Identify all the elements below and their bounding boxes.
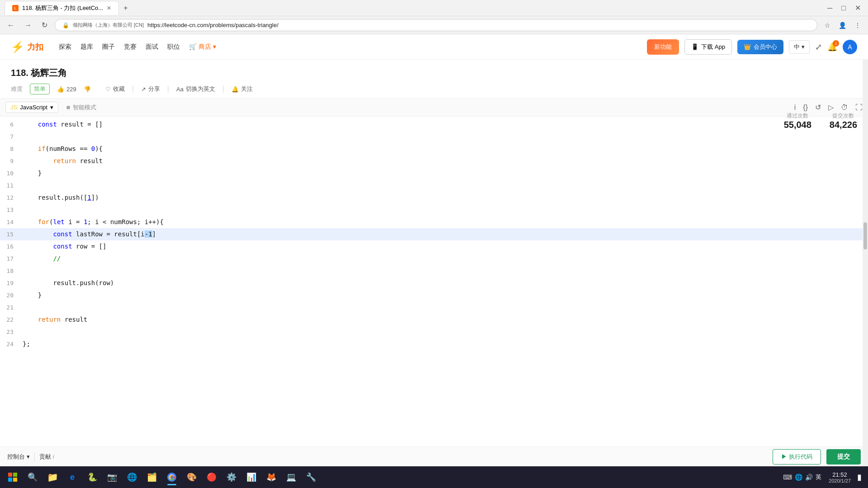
taskbar-app2[interactable]: 🐍: [83, 468, 101, 486]
switch-lang-label: 切换为英文: [186, 85, 215, 93]
taskbar-app7[interactable]: 🔴: [203, 468, 221, 486]
bottom-bar-right: ▶ 执行代码 提交: [773, 449, 861, 465]
taskbar-app12-icon: 🔧: [306, 472, 316, 482]
keyboard-icon[interactable]: ⌨: [783, 474, 792, 481]
taskbar-app4[interactable]: 🌐: [123, 468, 141, 486]
smart-mode-label: 智能模式: [73, 103, 96, 112]
notification-button[interactable]: 🔔 1: [827, 42, 837, 52]
reset-icon[interactable]: ↺: [815, 103, 821, 112]
maximize-button[interactable]: □: [839, 2, 849, 14]
submit-button[interactable]: 提交: [826, 449, 861, 465]
taskbar-clock[interactable]: 21:52 2020/1/27: [829, 471, 851, 483]
code-line-6: 6 const result = []: [0, 118, 868, 131]
taskbar-app2-icon: 🐍: [87, 472, 97, 482]
url-bar[interactable]: 🔒 领扣网络（上海）有限公司 [CN] https://leetcode-cn.…: [55, 19, 817, 31]
taskbar-right: ⌨ 🌐 🔊 英 21:52 2020/1/27 ▮: [779, 471, 864, 483]
dislike-button[interactable]: 👎: [84, 86, 91, 93]
line-num-20: 20: [0, 289, 23, 301]
problem-title: 118. 杨辉三角: [11, 67, 857, 79]
nav-circle[interactable]: 圈子: [102, 43, 115, 51]
nav-jobs[interactable]: 职位: [167, 43, 180, 51]
share-button[interactable]: ↗ 分享: [141, 85, 160, 93]
clock-icon[interactable]: ⏱: [841, 103, 848, 112]
minimize-button[interactable]: ─: [825, 2, 835, 14]
back-button[interactable]: ←: [5, 19, 17, 31]
console-button[interactable]: 控制台 ▾: [7, 453, 30, 461]
start-button[interactable]: [4, 468, 22, 486]
member-center-button[interactable]: 👑 会员中心: [737, 40, 783, 54]
settings-button[interactable]: ⋮: [852, 20, 863, 31]
taskbar-app3[interactable]: 📷: [103, 468, 121, 486]
bookmark-button[interactable]: ☆: [822, 20, 833, 31]
code-content-8: if(numRows == 0){: [23, 143, 868, 155]
code-editor[interactable]: 6 const result = [] 7 8 if(numRows == 0)…: [0, 117, 868, 446]
show-desktop-button[interactable]: ▮: [854, 472, 864, 482]
expand-editor-icon[interactable]: ⛶: [855, 103, 863, 112]
forward-button[interactable]: →: [22, 19, 34, 31]
tab-close-button[interactable]: ✕: [107, 5, 111, 11]
run-icon[interactable]: ▷: [828, 103, 834, 112]
info-icon[interactable]: i: [794, 103, 796, 112]
scrollbar-thumb[interactable]: [863, 222, 867, 249]
clock-date: 2020/1/27: [829, 478, 851, 483]
profile-button[interactable]: 👤: [836, 20, 849, 31]
lang-indicator[interactable]: 英: [816, 473, 821, 481]
editor-scrollbar[interactable]: [863, 60, 868, 466]
follow-button[interactable]: 🔔 关注: [231, 85, 253, 93]
line-num-16: 16: [0, 240, 23, 253]
contribute-button[interactable]: 贡献 i: [39, 453, 54, 461]
taskbar-browser-edge[interactable]: e: [63, 468, 81, 486]
browser-tab[interactable]: L 118. 杨辉三角 - 力扣 (LeetCo... ✕: [5, 1, 119, 15]
smart-mode-indicator: 智能模式: [66, 103, 96, 112]
nav-contest[interactable]: 竞赛: [124, 43, 137, 51]
avatar[interactable]: A: [843, 40, 857, 54]
language-selector[interactable]: 中 ▾: [789, 40, 810, 54]
logo[interactable]: ⚡ 力扣: [11, 41, 43, 53]
download-icon: 📱: [691, 43, 698, 50]
pass-count-value: 55,048: [784, 120, 811, 130]
line-num-12: 12: [0, 192, 23, 204]
taskbar-app6[interactable]: 🎨: [183, 468, 201, 486]
problem-meta: 难度 简单 👍 229 👎 ♡ 收藏 | ↗ 分享 | Aa 切换为英文: [11, 84, 857, 94]
code-line-20: 20 }: [0, 289, 868, 301]
like-button[interactable]: 👍 229: [57, 86, 76, 93]
sound-icon[interactable]: 🔊: [805, 474, 813, 481]
taskbar-search-button[interactable]: 🔍: [24, 468, 42, 486]
taskbar-app3-icon: 📷: [107, 472, 117, 482]
new-tab-button[interactable]: +: [119, 1, 132, 15]
taskbar-app11[interactable]: 💻: [282, 468, 300, 486]
network-icon[interactable]: 🌐: [795, 474, 802, 481]
download-label: 下载 App: [701, 43, 725, 51]
taskbar-app5[interactable]: 🗂️: [143, 468, 161, 486]
collect-button[interactable]: ♡ 收藏: [105, 85, 125, 93]
difficulty-badge: 简单: [30, 84, 50, 94]
nav-explore[interactable]: 探索: [59, 43, 71, 51]
code-line-22: 22 return result: [0, 314, 868, 326]
download-app-button[interactable]: 📱 下载 App: [684, 39, 732, 55]
language-selector-dropdown[interactable]: JS JavaScript ▾: [5, 102, 58, 113]
difficulty-label: 难度: [11, 85, 23, 93]
taskbar-app8[interactable]: ⚙️: [222, 468, 241, 486]
nav-interview[interactable]: 面试: [146, 43, 158, 51]
new-feature-button[interactable]: 新功能: [647, 39, 679, 55]
taskbar-chrome[interactable]: [163, 468, 181, 486]
nav-problems[interactable]: 题库: [80, 43, 93, 51]
line-num-11: 11: [0, 179, 23, 192]
code-line-23: 23: [0, 326, 868, 338]
switch-lang-button[interactable]: Aa 切换为英文: [176, 85, 215, 93]
url-text: https://leetcode-cn.com/problems/pascals…: [147, 22, 278, 28]
close-button[interactable]: ✕: [852, 2, 863, 14]
taskbar-file-explorer[interactable]: 📁: [43, 468, 61, 486]
taskbar-app12[interactable]: 🔧: [302, 468, 320, 486]
braces-icon[interactable]: {}: [803, 103, 808, 112]
expand-button[interactable]: ⤢: [815, 42, 822, 52]
taskbar-app9[interactable]: 📊: [242, 468, 260, 486]
line-num-10: 10: [0, 167, 23, 179]
editor-toolbar: JS JavaScript ▾ 智能模式 i {} ↺ ▷ ⏱ ⛶: [0, 99, 868, 117]
run-code-button[interactable]: ▶ 执行代码: [773, 449, 821, 465]
code-line-9: 9 return result: [0, 155, 868, 167]
nav-shop[interactable]: 🛒 商店 ▾: [189, 43, 216, 51]
taskbar-app10[interactable]: 🦊: [262, 468, 280, 486]
refresh-button[interactable]: ↻: [39, 19, 50, 31]
clock-time: 21:52: [829, 471, 851, 478]
